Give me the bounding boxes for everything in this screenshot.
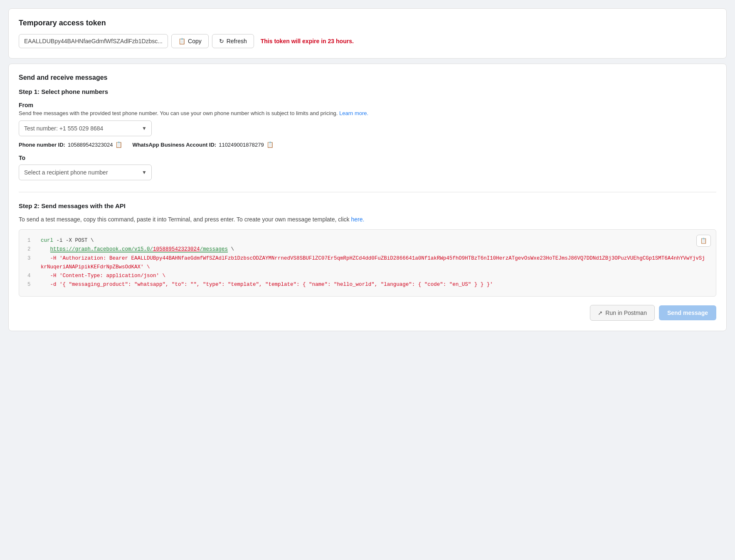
copy-icon: 📋 — [178, 38, 185, 44]
from-phone-select[interactable]: Test number: +1 555 029 8684 — [19, 120, 152, 136]
phone-number-id-label: Phone number ID: — [19, 142, 65, 148]
copy-phone-id-icon[interactable]: 📋 — [115, 141, 122, 148]
code-line-1: 1 curl -i -X POST \ — [27, 236, 708, 245]
from-learn-more-link[interactable]: Learn more. — [339, 110, 368, 116]
phone-id-item: Phone number ID: 105889542323024 📋 — [19, 141, 122, 148]
code-copy-icon: 📋 — [700, 238, 707, 244]
line-num-4: 4 — [27, 272, 34, 280]
expiry-highlight: 23 hours. — [328, 38, 354, 44]
line-num-3: 3 — [27, 254, 34, 272]
phone-id-row: Phone number ID: 105889542323024 📋 Whats… — [19, 141, 716, 148]
code-content-5: -d '{ "messaging_product": "whatsapp", "… — [41, 280, 493, 289]
send-message-button[interactable]: Send message — [659, 305, 716, 320]
to-phone-wrapper: Select a recipient phone number ▼ — [19, 165, 152, 180]
to-select-wrapper-outer: Select a recipient phone number ▼ — [19, 165, 716, 180]
messages-card: Send and receive messages Step 1: Select… — [8, 64, 727, 331]
code-content-1: curl -i -X POST \ — [41, 236, 94, 245]
phone-number-id-value: 105889542323024 — [68, 142, 113, 148]
code-line-4: 4 -H 'Content-Type: application/json' \ — [27, 272, 708, 280]
step2-title: Step 2: Send messages with the API — [19, 202, 716, 209]
refresh-label: Refresh — [227, 38, 247, 44]
waba-id-value: 110249001878279 — [219, 142, 264, 148]
step1-title: Step 1: Select phone numbers — [19, 88, 716, 95]
run-postman-label: Run in Postman — [605, 309, 647, 316]
copy-button[interactable]: 📋 Copy — [171, 34, 209, 48]
code-content-2: https://graph.facebook.com/v15.0/1058895… — [41, 245, 234, 254]
from-desc: Send free messages with the provided tes… — [19, 110, 716, 116]
line-num-1: 1 — [27, 236, 34, 245]
to-phone-select[interactable]: Select a recipient phone number — [19, 165, 152, 180]
code-content-4: -H 'Content-Type: application/json' \ — [41, 272, 165, 280]
from-phone-wrapper: Test number: +1 555 029 8684 ▼ — [19, 120, 152, 136]
refresh-button[interactable]: ↻ Refresh — [212, 34, 254, 48]
from-label: From — [19, 102, 716, 108]
refresh-icon: ↻ — [219, 38, 224, 44]
run-in-postman-button[interactable]: ➚ Run in Postman — [590, 305, 655, 321]
code-line-5: 5 -d '{ "messaging_product": "whatsapp",… — [27, 280, 708, 289]
external-link-icon: ➚ — [598, 309, 603, 316]
token-value: EAALLDUBpy44BAHNfaeGdmfWfSZAdlFzb1Dzbsc.… — [19, 34, 168, 48]
code-content-3: -H 'Authorization: Bearer EAALLDUBpy44BA… — [41, 254, 708, 272]
token-row: EAALLDUBpy44BAHNfaeGdmfWfSZAdlFzb1Dzbsc.… — [19, 34, 716, 48]
code-line-3: 3 -H 'Authorization: Bearer EAALLDUBpy44… — [27, 254, 708, 272]
step2-here-link[interactable]: here. — [351, 216, 364, 223]
line-num-2: 2 — [27, 245, 34, 254]
token-expiry: This token will expire in 23 hours. — [261, 38, 354, 44]
line-num-5: 5 — [27, 280, 34, 289]
step2-desc: To send a test message, copy this comman… — [19, 216, 716, 223]
copy-label: Copy — [188, 38, 202, 44]
step2-section: Step 2: Send messages with the API To se… — [19, 192, 716, 321]
waba-id-label: WhatsApp Business Account ID: — [132, 142, 216, 148]
to-label: To — [19, 155, 716, 161]
token-card: Temporary access token EAALLDUBpy44BAHNf… — [8, 8, 727, 59]
copy-waba-id-icon[interactable]: 📋 — [266, 141, 274, 148]
code-block: 📋 1 curl -i -X POST \ 2 https://graph.fa… — [19, 229, 716, 297]
token-card-title: Temporary access token — [19, 19, 716, 27]
messages-card-title: Send and receive messages — [19, 74, 716, 81]
to-section: To Select a recipient phone number ▼ — [19, 155, 716, 180]
code-copy-button[interactable]: 📋 — [696, 235, 711, 247]
waba-id-item: WhatsApp Business Account ID: 1102490018… — [132, 141, 273, 148]
send-message-label: Send message — [667, 309, 708, 316]
footer-row: ➚ Run in Postman Send message — [19, 305, 716, 321]
code-line-2: 2 https://graph.facebook.com/v15.0/10588… — [27, 245, 708, 254]
